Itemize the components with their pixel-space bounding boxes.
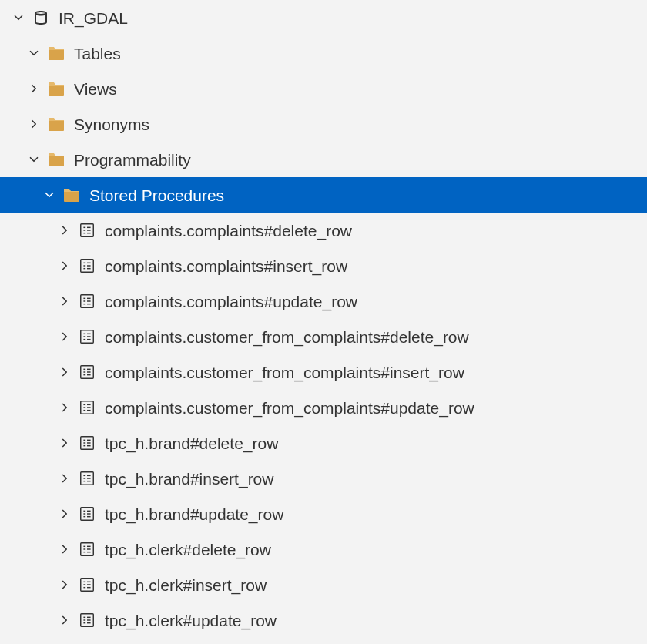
- chevron-right-icon[interactable]: [54, 507, 75, 521]
- tree-node-stored-procedures[interactable]: Stored Procedures: [0, 177, 647, 213]
- programmability-label: Programmability: [74, 152, 191, 168]
- folder-icon: [60, 186, 83, 203]
- chevron-down-icon[interactable]: [23, 153, 45, 166]
- folder-icon: [45, 80, 68, 97]
- tree-node-database[interactable]: IR_GDAL: [0, 0, 647, 35]
- procedure-label: tpc_h.brand#insert_row: [105, 471, 273, 487]
- tree-node-procedure[interactable]: tpc_h.brand#delete_row: [0, 425, 647, 461]
- stored-procedure-icon: [75, 434, 99, 451]
- chevron-down-icon[interactable]: [23, 46, 45, 60]
- procedure-label: tpc_h.clerk#update_row: [105, 612, 277, 629]
- procedure-label: tpc_h.brand#update_row: [105, 506, 283, 522]
- chevron-right-icon[interactable]: [54, 294, 75, 308]
- tree-node-procedure[interactable]: tpc_h.clerk#insert_row: [0, 567, 647, 602]
- chevron-down-icon[interactable]: [8, 11, 29, 25]
- stored-procedure-icon: [75, 222, 99, 239]
- procedure-label: complaints.customer_from_complaints#upda…: [105, 400, 474, 416]
- database-label: IR_GDAL: [59, 10, 128, 26]
- chevron-right-icon[interactable]: [54, 259, 75, 273]
- procedure-label: tpc_h.clerk#delete_row: [105, 542, 271, 558]
- tree-node-procedure[interactable]: complaints.customer_from_complaints#inse…: [0, 354, 647, 390]
- tree-node-procedure[interactable]: complaints.complaints#update_row: [0, 283, 647, 319]
- tables-label: Tables: [74, 45, 121, 62]
- stored-procedure-icon: [75, 612, 99, 629]
- stored-procedure-icon: [75, 576, 99, 593]
- tree-node-procedure[interactable]: complaints.complaints#insert_row: [0, 248, 647, 283]
- chevron-right-icon[interactable]: [54, 436, 75, 450]
- tree-node-procedure[interactable]: tpc_h.brand#insert_row: [0, 461, 647, 496]
- procedure-label: complaints.complaints#insert_row: [105, 258, 347, 274]
- chevron-down-icon[interactable]: [39, 188, 60, 202]
- chevron-right-icon[interactable]: [23, 82, 45, 96]
- stored-procedure-icon: [75, 505, 99, 522]
- procedure-label: complaints.complaints#delete_row: [105, 223, 352, 239]
- chevron-right-icon[interactable]: [54, 401, 75, 414]
- stored-procedure-icon: [75, 541, 99, 558]
- tree-node-synonyms[interactable]: Synonyms: [0, 106, 647, 142]
- procedure-label: complaints.customer_from_complaints#dele…: [105, 329, 469, 345]
- folder-icon: [45, 45, 68, 62]
- tree-node-procedure[interactable]: complaints.customer_from_complaints#dele…: [0, 319, 647, 354]
- tree-node-procedure[interactable]: complaints.customer_from_complaints#upda…: [0, 390, 647, 425]
- procedure-label: tpc_h.clerk#insert_row: [105, 577, 267, 593]
- stored-procedure-icon: [75, 399, 99, 416]
- procedure-label: complaints.customer_from_complaints#inse…: [105, 364, 464, 381]
- views-label: Views: [74, 81, 117, 97]
- stored-procedure-icon: [75, 293, 99, 310]
- chevron-right-icon[interactable]: [54, 471, 75, 485]
- chevron-right-icon[interactable]: [54, 223, 75, 237]
- stored-procedure-icon: [75, 364, 99, 381]
- chevron-right-icon[interactable]: [54, 578, 75, 592]
- chevron-right-icon[interactable]: [54, 542, 75, 556]
- tree-node-procedure[interactable]: tpc_h.clerk#update_row: [0, 602, 647, 638]
- stored-procedure-icon: [75, 328, 99, 345]
- stored-procedures-label: Stored Procedures: [89, 187, 224, 203]
- procedure-label: tpc_h.brand#delete_row: [105, 435, 278, 451]
- stored-procedure-icon: [75, 470, 99, 487]
- chevron-right-icon[interactable]: [54, 330, 75, 344]
- synonyms-label: Synonyms: [74, 116, 149, 132]
- tree-node-procedure[interactable]: tpc_h.clerk#delete_row: [0, 532, 647, 567]
- folder-icon: [45, 116, 68, 132]
- tree-node-tables[interactable]: Tables: [0, 35, 647, 71]
- procedure-label: complaints.complaints#update_row: [105, 293, 357, 310]
- tree-node-procedure[interactable]: complaints.complaints#delete_row: [0, 213, 647, 248]
- chevron-right-icon[interactable]: [23, 117, 45, 131]
- chevron-right-icon[interactable]: [54, 365, 75, 379]
- stored-procedure-icon: [75, 257, 99, 274]
- database-icon: [29, 8, 52, 27]
- tree-node-programmability[interactable]: Programmability: [0, 142, 647, 177]
- chevron-right-icon[interactable]: [54, 613, 75, 627]
- tree-node-views[interactable]: Views: [0, 71, 647, 106]
- tree-node-procedure[interactable]: tpc_h.brand#update_row: [0, 496, 647, 532]
- folder-icon: [45, 151, 68, 168]
